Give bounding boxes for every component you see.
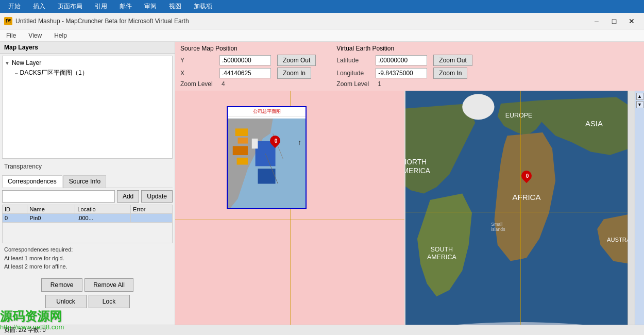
svg-text:EUROPE: EUROPE: [505, 112, 533, 119]
map-area: Source Map Position Y Zoom Out X Zoom In…: [175, 42, 644, 335]
menu-bar: File View Help: [0, 29, 644, 42]
app-icon: 🗺: [4, 17, 12, 25]
corr-required-line1: Correspondences required:: [4, 246, 73, 253]
menu-file[interactable]: File: [4, 31, 18, 40]
ribbon-tab-insert[interactable]: 插入: [29, 1, 49, 12]
svg-text:SOUTH: SOUTH: [430, 246, 453, 253]
right-btn-2[interactable]: ▼: [636, 101, 643, 108]
map-top-bar: Source Map Position Y Zoom Out X Zoom In…: [175, 42, 644, 91]
source-zoom-out[interactable]: Zoom Out: [277, 55, 316, 66]
source-zoom-in[interactable]: Zoom In: [277, 68, 311, 79]
left-panel: Map Layers ▼ New Layer – DACKS厂区平面图（1） T…: [0, 42, 175, 335]
correspondences-table: ID Name Locatio Error 0 Pin0 .000...: [2, 205, 173, 243]
tab-correspondences[interactable]: Correspondences: [2, 175, 62, 188]
tree-item-new-layer[interactable]: ▼ New Layer: [5, 58, 170, 68]
source-zoom-level: 4: [222, 80, 225, 88]
svg-rect-8: [252, 139, 258, 148]
tree-expand-icon: ▼: [5, 60, 10, 66]
svg-text:AMERICA: AMERICA: [427, 254, 456, 261]
source-map-title: Source Map Position: [180, 45, 316, 52]
menu-help[interactable]: Help: [52, 31, 69, 40]
pin-0-virtual: 0: [521, 171, 532, 181]
ribbon-tab-ref[interactable]: 引用: [91, 1, 111, 12]
remove-button[interactable]: Remove: [41, 278, 82, 292]
map-layers-header: Map Layers: [0, 42, 175, 54]
lat-input[interactable]: [376, 55, 427, 65]
svg-text:AMERICA: AMERICA: [405, 167, 431, 175]
virtual-earth-view[interactable]: NORTH AMERICA SOUTH AMERICA EUROPE AFRIC…: [405, 91, 635, 335]
svg-point-13: [462, 94, 494, 120]
map-svg: [228, 114, 306, 208]
col-id: ID: [3, 205, 27, 214]
tab-bar: Correspondences Source Info: [2, 175, 173, 188]
ribbon-tab-layout[interactable]: 页面布局: [54, 1, 87, 12]
lock-button[interactable]: Lock: [89, 295, 130, 308]
minimize-button[interactable]: –: [588, 15, 605, 27]
table-row[interactable]: 0 Pin0 .000...: [3, 214, 173, 223]
office-ribbon: 开始 插入 页面布局 引用 邮件 审阅 视图 加载项: [0, 0, 644, 13]
source-map-info: Source Map Position Y Zoom Out X Zoom In…: [180, 45, 316, 88]
window-title: Untitled Mashup - MapCruncher Beta for M…: [15, 18, 189, 25]
lat-label: Latitude: [336, 57, 372, 64]
col-name: Name: [27, 205, 75, 214]
layers-tree[interactable]: ▼ New Layer – DACKS厂区平面图（1）: [2, 56, 173, 159]
update-button[interactable]: Update: [141, 190, 173, 203]
tab-source-info[interactable]: Source Info: [63, 175, 106, 188]
virtual-zoom-out[interactable]: Zoom Out: [433, 55, 472, 66]
source-y-input[interactable]: [219, 55, 271, 65]
svg-rect-4: [233, 146, 248, 155]
virtual-earth-info: Virtual Earth Position Latitude Zoom Out…: [336, 45, 472, 88]
transparency-label: Transparency: [4, 163, 171, 170]
correspondences-content: Add Update ID Name Locatio Error: [0, 188, 175, 275]
add-button[interactable]: Add: [117, 190, 139, 203]
arrow-indicator: ↑: [298, 138, 301, 146]
tree-label-new-layer: New Layer: [12, 59, 41, 66]
transparency-section: Transparency: [0, 161, 175, 173]
lon-label: Longitude: [336, 70, 372, 77]
ribbon-tab-begin[interactable]: 开始: [4, 1, 25, 12]
svg-text:AFRICA: AFRICA: [513, 193, 541, 202]
virtual-earth-title: Virtual Earth Position: [336, 45, 472, 52]
table-row-empty: [3, 223, 173, 243]
corr-rigid-line: At least 1 more for rigid.: [4, 255, 64, 261]
scroll-vertical[interactable]: [628, 91, 635, 335]
source-x-label: X: [180, 70, 216, 77]
ribbon-tab-mail[interactable]: 邮件: [115, 1, 136, 12]
virtual-zoom-level: 1: [378, 80, 381, 88]
correspondence-input[interactable]: [2, 190, 115, 203]
right-btn-1[interactable]: ▲: [636, 93, 643, 100]
svg-text:islands: islands: [491, 227, 505, 232]
remove-all-button[interactable]: Remove All: [84, 278, 133, 292]
svg-rect-3: [238, 138, 247, 144]
col-error: Error: [130, 205, 172, 214]
status-bar: 页面: 2/2 字数: 0: [0, 325, 644, 335]
unlock-button[interactable]: Unlock: [45, 295, 87, 308]
bottom-buttons: Remove Remove All: [0, 275, 175, 295]
pin-0-source: 0: [270, 136, 280, 146]
tree-label-map: DACKS厂区平面图（1）: [20, 69, 88, 77]
source-x-input[interactable]: [219, 68, 271, 78]
svg-text:ASIA: ASIA: [585, 119, 603, 128]
svg-text:NORTH: NORTH: [405, 158, 427, 166]
cell-name: Pin0: [27, 214, 75, 223]
lon-input[interactable]: [376, 68, 427, 78]
source-map-view[interactable]: 公司总平面图: [175, 91, 405, 335]
map-thumbnail[interactable]: 公司总平面图: [227, 106, 307, 209]
ribbon-tab-view[interactable]: 视图: [165, 1, 185, 12]
right-sidebar: ▲ ▼: [635, 91, 644, 335]
ribbon-tab-review[interactable]: 审阅: [140, 1, 161, 12]
maximize-button[interactable]: □: [606, 15, 622, 27]
source-zoom-label: Zoom Level: [180, 80, 216, 88]
main-layout: Map Layers ▼ New Layer – DACKS厂区平面图（1） T…: [0, 42, 644, 335]
cell-location: .000...: [75, 214, 131, 223]
ribbon-tab-addon[interactable]: 加载项: [190, 1, 216, 12]
correspondence-info: Correspondences required: At least 1 mor…: [2, 243, 173, 273]
source-y-label: Y: [180, 57, 216, 64]
menu-view[interactable]: View: [26, 31, 44, 40]
close-button[interactable]: ✕: [623, 15, 640, 27]
map-views: 公司总平面图: [175, 91, 644, 335]
tree-leaf-icon: –: [15, 70, 18, 76]
tree-item-map[interactable]: – DACKS厂区平面图（1）: [5, 68, 170, 78]
virtual-zoom-in[interactable]: Zoom In: [433, 68, 467, 79]
svg-text:Small: Small: [491, 222, 502, 227]
